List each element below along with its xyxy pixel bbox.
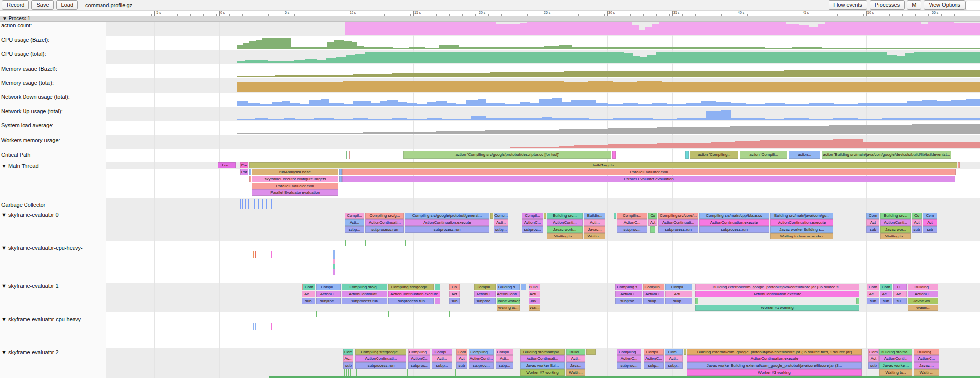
event-tick-mark[interactable] [253,323,254,330]
event-tick-mark[interactable] [255,251,256,258]
track-label-toggle[interactable]: ▼ skyframe-evaluator-cpu-heavy- [1,245,83,251]
trace-event-bar[interactable] [650,226,655,233]
trace-event-bar[interactable]: ActionContinuation.execute [405,219,489,226]
trace-event-bar[interactable]: Acti... [345,219,364,226]
trace-event-bar[interactable]: Acti... [432,355,452,362]
trace-event-bar[interactable]: Waiting to... [547,233,583,239]
trace-event-bar[interactable]: Compil... [345,213,364,219]
trace-event-bar[interactable]: ActionConti... [879,355,912,362]
trace-event-bar[interactable]: Compili... [474,284,496,290]
trace-event-bar[interactable]: Co [449,284,460,290]
event-tick-mark[interactable] [333,250,335,259]
trace-event-bar[interactable]: Act [449,291,460,297]
trace-event-bar[interactable]: sub [923,226,937,233]
trace-event-bar[interactable]: Compiling... [408,349,430,355]
trace-event-bar[interactable]: subproc... [617,226,647,233]
event-tick-mark[interactable] [276,323,276,330]
track-label-toggle[interactable]: ▼ skyframe-evaluator 2 [1,349,59,355]
event-tick-mark[interactable] [435,311,435,317]
trace-event-bar[interactable]: Ac... [880,291,892,297]
trace-event-bar[interactable]: Com [303,284,315,290]
trace-event-bar[interactable] [249,169,251,175]
trace-event-bar[interactable]: Com [867,284,879,290]
trace-event-bar[interactable]: subproc... [316,298,341,304]
trace-event-bar[interactable]: ActionC... [316,291,341,297]
trace-event-bar[interactable]: Co [912,213,922,219]
trace-event-bar[interactable]: Compiling ... [469,349,494,355]
event-tick-mark[interactable] [342,311,342,317]
event-tick-mark[interactable] [346,369,347,376]
trace-event-bar[interactable]: Building s... [497,284,520,290]
trace-event-bar[interactable]: ActionC... [643,291,664,297]
trace-event-bar[interactable]: Acti... [496,355,513,362]
trace-event-bar[interactable]: ActionContinuation.execute [695,291,859,297]
trace-event-bar[interactable]: ActionContinuati... [658,219,698,226]
event-tick-mark[interactable] [255,323,256,330]
track-label-toggle[interactable]: ▼ skyframe-evaluator-cpu-heavy- [1,316,83,322]
trace-event-bar[interactable]: Buildin... [584,213,605,219]
trace-event-bar[interactable]: Javac worker... [879,362,912,369]
event-tick-mark[interactable] [365,240,366,246]
trace-event-bar[interactable]: sub [912,226,922,233]
trace-event-bar[interactable]: action... [789,151,820,159]
trace-event-bar[interactable]: Parallel Evaluator evaluation [252,189,338,196]
trace-event-bar[interactable]: ActionC... [522,219,543,226]
event-tick-mark[interactable] [245,199,246,209]
trace-event-bar[interactable]: Building external/com_google_protobuf/ja… [687,349,862,355]
trace-event-bar[interactable]: Acti... [665,291,692,297]
trace-event-bar[interactable]: Act [456,355,467,362]
trace-event-bar[interactable]: Com [923,213,937,219]
trace-event-bar[interactable]: ActionC... [617,355,641,362]
trace-event-bar[interactable]: Building... [908,284,938,290]
event-tick-mark[interactable] [455,369,456,376]
trace-event-bar[interactable]: Build... [529,284,540,290]
trace-event-bar[interactable] [586,349,596,355]
trace-event-bar[interactable]: Act [868,355,879,362]
trace-event-bar[interactable] [349,151,350,159]
trace-event-bar[interactable]: sub [343,362,353,369]
trace-event-bar[interactable]: ActionContinuation.execute [770,219,833,226]
trace-event-bar[interactable]: Com... [665,349,683,355]
trace-event-bar[interactable]: Waiting to borrow worker [770,233,833,239]
processes-button[interactable]: Processes [870,0,905,10]
trace-event-bar[interactable]: Compi... [432,349,452,355]
trace-event-bar[interactable] [958,162,960,168]
event-tick-mark[interactable] [242,199,243,209]
trace-event-bar[interactable] [490,213,493,219]
trace-event-bar[interactable]: ActionC... [908,291,938,297]
event-tick-mark[interactable] [269,376,980,378]
trace-event-bar[interactable]: Compiling src/g... [342,284,387,290]
trace-event-bar[interactable]: Worker #1 working [695,305,859,311]
trace-event-bar[interactable]: subproc... [615,298,642,304]
trace-event-bar[interactable] [435,284,440,290]
record-button[interactable]: Record [2,0,29,10]
trace-event-bar[interactable]: Buildi... [566,349,585,355]
trace-event-bar[interactable]: Comp... [494,213,508,219]
trace-event-bar[interactable]: Building src/main/jav... [520,349,565,355]
trace-event-bar[interactable]: Acti... [566,355,585,362]
trace-event-bar[interactable]: ActionConti... [880,219,911,226]
trace-event-bar[interactable]: Compiling src/core/... [658,213,698,219]
event-tick-mark[interactable] [388,311,389,317]
trace-event-bar[interactable]: ActionContinuation.execute [388,291,440,297]
trace-event-bar[interactable] [249,176,251,182]
event-tick-mark[interactable] [254,199,255,209]
trace-event-bar[interactable]: subp... [494,226,508,233]
trace-event-bar[interactable]: ActionC... [644,355,664,362]
trace-event-bar[interactable]: ActionContinuation.execute [687,355,862,362]
trace-event-bar[interactable]: skyframeExecutor.configureTargets [252,176,338,182]
trace-event-bar[interactable]: subproc... [617,362,641,369]
trace-event-bar[interactable]: Act [648,219,657,226]
trace-event-bar[interactable]: ActionC... [615,291,642,297]
trace-event-bar[interactable]: subprocess.run [699,226,769,233]
event-tick-mark[interactable] [333,269,335,275]
trace-event-bar[interactable]: action 'Compili... [740,151,787,159]
trace-event-bar[interactable]: Compiling src/g... [365,213,404,219]
trace-event-bar[interactable]: ParallelEvaluator.eval [342,169,956,175]
trace-event-bar[interactable] [614,213,616,219]
trace-event-bar[interactable]: subp... [432,362,452,369]
event-tick-mark[interactable] [356,369,357,376]
trace-event-bar[interactable]: Com [456,349,467,355]
trace-event-bar[interactable]: ActionConti... [469,355,494,362]
trace-event-bar[interactable]: action 'Compiling... [690,151,738,159]
